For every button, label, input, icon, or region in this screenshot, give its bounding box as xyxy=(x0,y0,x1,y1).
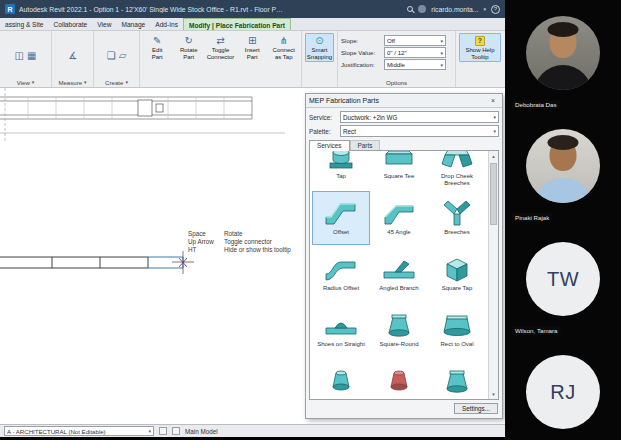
status-bar: A - ARCHITECTURAL (Not Editable)▾ Main M… xyxy=(0,424,505,437)
scroll-up-icon[interactable]: ▲ xyxy=(489,151,498,161)
search-icon[interactable] xyxy=(407,6,413,12)
part-item-square-tee[interactable]: Square Tee xyxy=(370,150,428,189)
part-item-tap[interactable]: Tap xyxy=(312,150,370,189)
panel-label-create[interactable]: Create▾ xyxy=(97,77,136,87)
revit-title-bar: R Autodesk Revit 2022.1 - Option 1 - 12'… xyxy=(0,0,505,18)
connect-as-tap-button[interactable]: ⋔Connect as Tap xyxy=(270,33,299,62)
offset-part-icon xyxy=(324,199,358,229)
part-item-shoes-on-straight[interactable]: Shoes on Straight xyxy=(312,303,370,357)
design-options-icon[interactable] xyxy=(172,427,180,435)
panel-fabrication-tools: ✎Edit Part ↻Rotate Part ⇄Toggle Connecto… xyxy=(140,31,302,87)
part-item-square-round[interactable]: Square-Round xyxy=(370,303,428,357)
panel-label-view[interactable]: View▾ xyxy=(3,77,48,87)
view-window-icon[interactable]: ◫ xyxy=(15,50,24,61)
caret-down-icon: ▾ xyxy=(493,114,496,120)
part-item-drop-cheek-breeches[interactable]: Drop Cheek Breeches xyxy=(428,150,486,189)
settings-button[interactable]: Settings... xyxy=(454,403,498,414)
signed-in-user[interactable]: ricardo.monta... xyxy=(431,6,478,13)
caret-down-icon: ▾ xyxy=(148,428,151,434)
show-help-tooltip-button[interactable]: ?Show Help Tooltip xyxy=(459,33,501,62)
revit-logo-icon: R xyxy=(5,4,15,14)
edit-part-button[interactable]: ✎Edit Part xyxy=(143,33,172,62)
view-grid-icon[interactable]: ▦ xyxy=(27,50,36,61)
caret-down-icon: ▾ xyxy=(84,79,87,85)
participant-tile[interactable]: TW Wilson, Tamara xyxy=(505,226,621,338)
participant-initials-avatar: RJ xyxy=(526,355,600,429)
palette-title-bar[interactable]: MEP Fabrication Parts × xyxy=(306,94,502,108)
drawing-area[interactable]: SpaceRotate Up ArrowToggle connector HTH… xyxy=(0,88,505,424)
panel-smart-snapping: ⊙Smart Snapping xyxy=(302,31,338,87)
slope-value-dropdown[interactable]: 0" / 12"▾ xyxy=(384,47,446,58)
round-transition-part-icon xyxy=(382,367,416,397)
caret-down-icon[interactable]: ▾ xyxy=(483,6,486,12)
caret-down-icon: ▾ xyxy=(493,128,496,134)
caret-down-icon: ▾ xyxy=(440,62,443,68)
slope-value-label: Slope Value: xyxy=(341,49,381,56)
part-item-breeches[interactable]: Breeches xyxy=(428,191,486,245)
scrollbar-thumb[interactable] xyxy=(490,163,497,225)
measure-icon[interactable]: ∡ xyxy=(68,50,77,61)
palette-title: MEP Fabrication Parts xyxy=(309,97,379,104)
part-item-square-tap[interactable]: Square Tap xyxy=(428,247,486,301)
parts-scrollbar[interactable]: ▲ ▼ xyxy=(488,151,498,399)
participant-tile[interactable]: Debobrata Das xyxy=(505,0,621,112)
part-item-angled-branch[interactable]: Angled Branch xyxy=(370,247,428,301)
service-dropdown[interactable]: Ductwork: +2in WG▾ xyxy=(340,111,499,123)
connect-as-tap-icon: ⋔ xyxy=(280,36,288,46)
part-item[interactable] xyxy=(428,359,486,400)
window-title: Autodesk Revit 2022.1 - Option 1 - 12'X6… xyxy=(19,6,284,13)
drop-cheek-breeches-part-icon xyxy=(440,150,474,173)
part-item-offset[interactable]: Offset xyxy=(312,191,370,245)
workset-dropdown[interactable]: A - ARCHITECTURAL (Not Editable)▾ xyxy=(4,426,154,436)
square-tap-part-icon xyxy=(440,255,474,285)
scroll-down-icon[interactable]: ▼ xyxy=(489,389,498,399)
rect-to-oval-part-icon xyxy=(440,311,474,341)
participant-initials-avatar: TW xyxy=(526,242,600,316)
smart-snapping-button[interactable]: ⊙Smart Snapping xyxy=(305,33,334,62)
close-icon[interactable]: × xyxy=(487,95,499,106)
duct-segment-preview xyxy=(148,257,183,268)
justification-label: Justification: xyxy=(341,61,381,68)
participant-tile[interactable]: RJ xyxy=(505,339,621,440)
smart-snapping-icon: ⊙ xyxy=(315,36,323,46)
part-item-radius-offset[interactable]: Radius Offset xyxy=(312,247,370,301)
rotate-part-button[interactable]: ↻Rotate Part xyxy=(175,33,204,62)
create-part-icon[interactable]: ▱ xyxy=(119,50,127,61)
angled-branch-part-icon xyxy=(382,255,416,285)
tab-services[interactable]: Services xyxy=(309,140,350,151)
palette-dropdown[interactable]: Rect▾ xyxy=(340,125,499,137)
panel-measure: ∡ Measure▾ xyxy=(52,31,94,87)
tab-massing-site[interactable]: assing & Site xyxy=(0,18,48,30)
part-item[interactable] xyxy=(370,359,428,400)
part-item-45-angle[interactable]: 45 Angle xyxy=(370,191,428,245)
parts-grid: Tap Square Tee Drop Cheek Breeches Offse… xyxy=(309,150,499,400)
crosshair-cursor xyxy=(172,251,194,274)
round-transition-part-icon xyxy=(324,367,358,397)
meeting-screen: R Autodesk Revit 2022.1 - Option 1 - 12'… xyxy=(0,0,621,440)
tab-collaborate[interactable]: Collaborate xyxy=(48,18,92,30)
panel-label-measure[interactable]: Measure▾ xyxy=(55,77,90,87)
participant-tile[interactable]: Pinaki Rajak xyxy=(505,113,621,225)
tab-add-ins[interactable]: Add-Ins xyxy=(150,18,183,30)
panel-options: Slope:Off▾ Slope Value:0" / 12"▾ Justifi… xyxy=(338,31,456,87)
radius-offset-part-icon xyxy=(324,255,358,285)
tab-modify-place-fabrication-part[interactable]: Modify | Place Fabrication Part xyxy=(183,18,291,30)
part-item[interactable] xyxy=(312,359,370,400)
tab-manage[interactable]: Manage xyxy=(116,18,150,30)
participants-panel: Debobrata Das Pinaki Rajak TW Wilson, Ta… xyxy=(505,0,621,440)
edit-part-icon: ✎ xyxy=(153,36,161,46)
shared-screen-revit: R Autodesk Revit 2022.1 - Option 1 - 12'… xyxy=(0,0,505,437)
toggle-connector-button[interactable]: ⇄Toggle Connector xyxy=(206,33,235,62)
ribbon-tab-bar: assing & Site Collaborate View Manage Ad… xyxy=(0,18,505,31)
part-item-rect-to-oval[interactable]: Rect to Oval xyxy=(428,303,486,357)
slope-dropdown[interactable]: Off▾ xyxy=(384,35,446,46)
insert-part-button[interactable]: ⊞Insert Part xyxy=(238,33,267,62)
palette-label: Palette: xyxy=(309,128,337,135)
panel-view: ◫▦ View▾ xyxy=(0,31,52,87)
create-sheet-icon[interactable]: ❏ xyxy=(107,50,116,61)
editable-only-icon[interactable] xyxy=(159,427,167,435)
user-avatar-icon xyxy=(418,5,426,13)
help-icon[interactable]: ? xyxy=(491,5,500,14)
justification-dropdown[interactable]: Middle▾ xyxy=(384,59,446,70)
tab-view[interactable]: View xyxy=(92,18,116,30)
